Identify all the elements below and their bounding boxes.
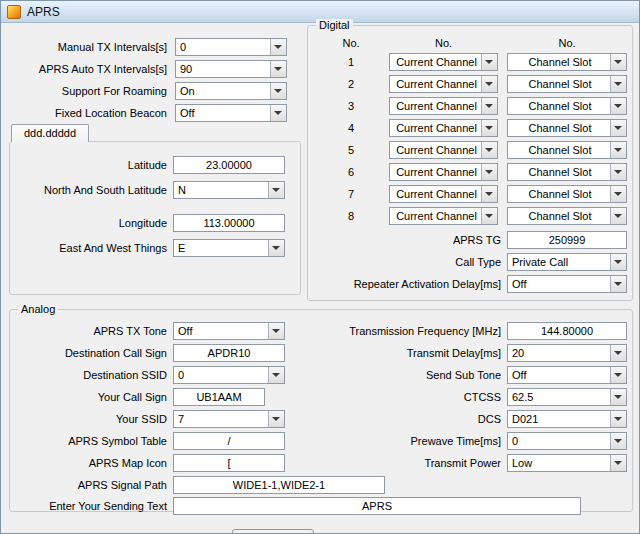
current-channel-combo[interactable]: Current Channel xyxy=(389,207,498,225)
manual-tx-intervals-combo[interactable]: 0 xyxy=(175,38,287,56)
dropdown-arrow-icon[interactable] xyxy=(481,208,497,224)
dropdown-arrow-icon[interactable] xyxy=(270,83,286,99)
dropdown-arrow-icon[interactable] xyxy=(610,54,626,70)
current-channel-combo[interactable]: Current Channel xyxy=(389,97,498,115)
current-channel-combo[interactable]: Current Channel xyxy=(389,163,498,181)
support-for-roaming-combo[interactable]: On xyxy=(175,82,287,100)
aprs-symbol-table-field[interactable] xyxy=(173,432,285,450)
transmit-delay-label: Transmit Delay[ms] xyxy=(301,347,501,359)
current-channel-combo[interactable]: Current Channel xyxy=(389,119,498,137)
dropdown-arrow-icon[interactable] xyxy=(481,76,497,92)
digital-col-header-channel: No. xyxy=(389,37,498,49)
dropdown-arrow-icon[interactable] xyxy=(610,276,626,292)
transmission-frequency-field[interactable] xyxy=(507,322,627,340)
aprs-signal-path-label: APRS Signal Path xyxy=(1,479,167,491)
dropdown-arrow-icon[interactable] xyxy=(268,240,284,256)
combo-value: Current Channel xyxy=(394,99,479,114)
dropdown-arrow-icon[interactable] xyxy=(610,367,626,383)
dropdown-arrow-icon[interactable] xyxy=(268,182,284,198)
dropdown-arrow-icon[interactable] xyxy=(270,61,286,77)
dropdown-arrow-icon[interactable] xyxy=(610,76,626,92)
call-type-combo[interactable]: Private Call xyxy=(507,253,627,271)
aprs-signal-path-field[interactable] xyxy=(173,476,385,494)
channel-slot-combo[interactable]: Channel Slot xyxy=(507,207,627,225)
channel-slot-combo[interactable]: Channel Slot xyxy=(507,141,627,159)
dropdown-arrow-icon[interactable] xyxy=(610,98,626,114)
current-channel-combo[interactable]: Current Channel xyxy=(389,53,498,71)
fixed-location-beacon-combo[interactable]: Off xyxy=(175,104,287,122)
dropdown-arrow-icon[interactable] xyxy=(270,39,286,55)
dropdown-arrow-icon[interactable] xyxy=(481,142,497,158)
channel-slot-combo[interactable]: Channel Slot xyxy=(507,75,627,93)
repeater-activation-delay-combo[interactable]: Off xyxy=(507,275,627,293)
dropdown-arrow-icon[interactable] xyxy=(610,164,626,180)
channel-slot-combo[interactable]: Channel Slot xyxy=(507,97,627,115)
channel-row-number: 8 xyxy=(331,210,371,222)
aprs-dialog: APRS Manual TX Intervals[s] 0 APRS Auto … xyxy=(0,0,640,534)
north-south-latitude-combo[interactable]: N xyxy=(173,181,285,199)
current-channel-combo[interactable]: Current Channel xyxy=(389,75,498,93)
send-sub-tone-label: Send Sub Tone xyxy=(301,369,501,381)
destination-ssid-combo[interactable]: 0 xyxy=(173,366,285,384)
digital-col-header-no: No. xyxy=(331,37,371,49)
combo-value: Current Channel xyxy=(394,77,479,92)
ok-button[interactable] xyxy=(232,529,314,534)
dcs-combo[interactable]: D021 xyxy=(507,410,627,428)
dropdown-arrow-icon[interactable] xyxy=(268,367,284,383)
destination-call-sign-field[interactable] xyxy=(173,344,285,362)
dropdown-arrow-icon[interactable] xyxy=(610,208,626,224)
dcs-label: DCS xyxy=(301,413,501,425)
channel-slot-combo[interactable]: Channel Slot xyxy=(507,163,627,181)
aprs-tg-field[interactable] xyxy=(507,231,627,249)
dropdown-arrow-icon[interactable] xyxy=(610,142,626,158)
dropdown-arrow-icon[interactable] xyxy=(610,345,626,361)
aprs-tx-tone-combo[interactable]: Off xyxy=(173,322,285,340)
current-channel-combo[interactable]: Current Channel xyxy=(389,185,498,203)
dropdown-arrow-icon[interactable] xyxy=(610,433,626,449)
prewave-time-combo[interactable]: 0 xyxy=(507,432,627,450)
combo-value: Off xyxy=(512,368,608,383)
transmit-delay-combo[interactable]: 20 xyxy=(507,344,627,362)
dropdown-arrow-icon[interactable] xyxy=(610,389,626,405)
channel-slot-combo[interactable]: Channel Slot xyxy=(507,185,627,203)
dropdown-arrow-icon[interactable] xyxy=(610,120,626,136)
dropdown-arrow-icon[interactable] xyxy=(268,323,284,339)
combo-value: 20 xyxy=(512,346,608,361)
combo-value: Channel Slot xyxy=(512,99,608,114)
destination-call-sign-label: Destination Call Sign xyxy=(1,347,167,359)
ctcss-combo[interactable]: 62.5 xyxy=(507,388,627,406)
combo-value: Channel Slot xyxy=(512,209,608,224)
combo-value: Channel Slot xyxy=(512,77,608,92)
latitude-field[interactable] xyxy=(173,156,285,174)
your-ssid-label: Your SSID xyxy=(1,413,167,425)
dropdown-arrow-icon[interactable] xyxy=(268,411,284,427)
sending-text-field[interactable] xyxy=(173,497,581,515)
sending-text-label: Enter Your Sending Text xyxy=(1,500,167,512)
channel-slot-combo[interactable]: Channel Slot xyxy=(507,119,627,137)
longitude-field[interactable] xyxy=(173,214,285,232)
east-west-combo[interactable]: E xyxy=(173,239,285,257)
your-call-sign-field[interactable] xyxy=(173,388,265,406)
aprs-auto-tx-intervals-combo[interactable]: 90 xyxy=(175,60,287,78)
dropdown-arrow-icon[interactable] xyxy=(610,254,626,270)
dropdown-arrow-icon[interactable] xyxy=(270,105,286,121)
send-sub-tone-combo[interactable]: Off xyxy=(507,366,627,384)
dropdown-arrow-icon[interactable] xyxy=(610,186,626,202)
dropdown-arrow-icon[interactable] xyxy=(481,164,497,180)
east-west-label: East And West Things xyxy=(1,242,167,254)
aprs-map-icon-label: APRS Map Icon xyxy=(1,457,167,469)
channel-row-number: 2 xyxy=(331,78,371,90)
tab-ddd-ddddd[interactable]: ddd.ddddd xyxy=(11,124,89,142)
aprs-map-icon-field[interactable] xyxy=(173,454,285,472)
dropdown-arrow-icon[interactable] xyxy=(610,411,626,427)
transmit-power-combo[interactable]: Low xyxy=(507,454,627,472)
dropdown-arrow-icon[interactable] xyxy=(610,455,626,471)
dropdown-arrow-icon[interactable] xyxy=(481,120,497,136)
your-ssid-combo[interactable]: 7 xyxy=(173,410,285,428)
dropdown-arrow-icon[interactable] xyxy=(481,186,497,202)
channel-slot-combo[interactable]: Channel Slot xyxy=(507,53,627,71)
dropdown-arrow-icon[interactable] xyxy=(481,54,497,70)
dropdown-arrow-icon[interactable] xyxy=(481,98,497,114)
current-channel-combo[interactable]: Current Channel xyxy=(389,141,498,159)
combo-value: Off xyxy=(178,324,266,339)
